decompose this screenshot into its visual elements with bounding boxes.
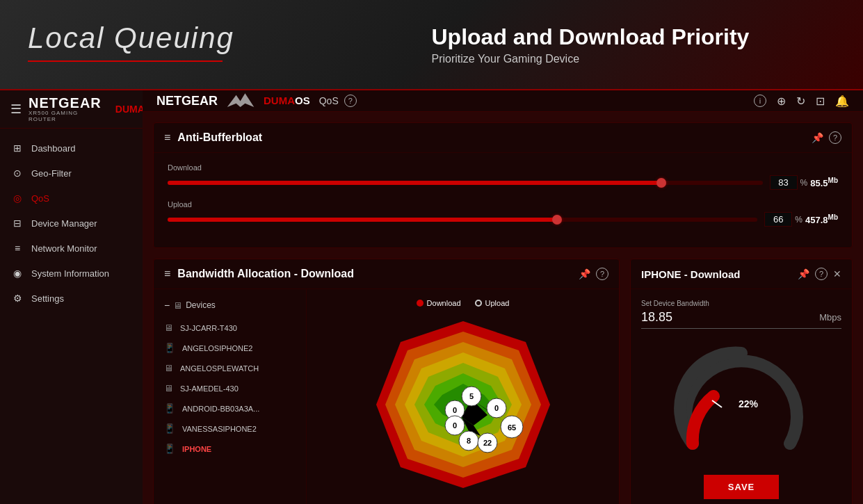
download-slider-fill <box>168 181 661 185</box>
download-slider-row: Download % 85.5Mb <box>168 163 838 190</box>
svg-text:65: 65 <box>507 423 515 432</box>
top-nav-qos-label: QoS <box>319 95 339 106</box>
refresh-icon[interactable]: ↻ <box>796 95 805 108</box>
anti-bufferbloat-body: Download % 85.5Mb <box>154 153 852 247</box>
download-speed: 85.5Mb <box>810 177 838 188</box>
upload-label: Upload <box>168 200 838 209</box>
globe-icon[interactable]: ⊕ <box>777 95 786 108</box>
sidebar-item-geo-filter[interactable]: ⊙ Geo-Filter <box>0 161 143 186</box>
device-name-2: ANGELOSIPHONE2 <box>182 344 252 352</box>
upload-legend-label: Upload <box>485 299 510 307</box>
upload-slider-row: Upload % 457.8Mb <box>168 200 838 227</box>
download-pct-label: % <box>800 178 808 188</box>
download-value-input[interactable] <box>770 175 798 190</box>
bandwidth-allocation-title: Bandwidth Allocation - Download <box>177 268 572 280</box>
chart-legend: Download Upload <box>417 299 510 307</box>
netgear-sub-text: XR500 GAMING ROUTER <box>29 110 102 122</box>
device-name-1: SJ-JCARR-T430 <box>180 324 237 332</box>
device-item-iphone[interactable]: 📱 IPHONE <box>154 439 306 459</box>
device-name-7: IPHONE <box>182 445 211 453</box>
iphone-pin-icon[interactable]: 📌 <box>798 268 809 279</box>
device-item-angelos-iphone2[interactable]: 📱 ANGELOSIPHONE2 <box>154 338 306 358</box>
top-nav-right-icons: i ⊕ ↻ ⊡ 🔔 <box>754 95 849 108</box>
device-name-6: VANESSASIPHONE2 <box>182 425 257 433</box>
download-legend-dot <box>417 300 424 307</box>
system-info-icon: ◉ <box>10 268 24 279</box>
sidebar-item-network-monitor[interactable]: ≡ Network Monitor <box>0 236 143 261</box>
collapse-icon[interactable]: − <box>164 300 170 311</box>
banner-divider <box>28 60 223 62</box>
svg-text:8: 8 <box>466 437 470 445</box>
sidebar-item-label-dashboard: Dashboard <box>31 143 76 154</box>
download-legend-label: Download <box>427 299 461 307</box>
save-button[interactable]: SAVE <box>704 475 779 499</box>
banner-subtitle: Upload and Download Priority <box>432 24 836 50</box>
device-item-angelos-watch[interactable]: 🖥 ANGELOSPLEWATCH <box>154 358 306 378</box>
panel-header-actions: 📌 ? <box>812 131 841 144</box>
sidebar-item-qos[interactable]: ◎ QoS <box>0 186 143 211</box>
bandwidth-input-container: Mbps <box>641 310 841 329</box>
device-phone-icon-5: 📱 <box>164 403 175 414</box>
sidebar-nav: ⊞ Dashboard ⊙ Geo-Filter ◎ QoS ⊟ Device … <box>0 129 143 504</box>
iphone-close-icon[interactable]: ✕ <box>833 268 841 279</box>
panel-menu-icon[interactable]: ≡ <box>164 131 170 144</box>
svg-text:0: 0 <box>452 406 456 414</box>
download-slider-thumb[interactable] <box>656 178 666 188</box>
top-banner: Local Queuing Upload and Download Priori… <box>0 0 863 90</box>
bell-icon[interactable]: 🔔 <box>835 95 849 108</box>
top-nav-bar: NETGEAR DUMAOS QoS ? i ⊕ ↻ ⊡ 🔔 <box>143 90 863 112</box>
sidebar-item-settings[interactable]: ⚙ Settings <box>0 286 143 311</box>
banner-left: Local Queuing <box>28 22 432 67</box>
iphone-panel-header: IPHONE - Download 📌 ? ✕ <box>631 259 852 289</box>
iphone-panel-actions: 📌 ? ✕ <box>798 268 841 280</box>
hamburger-icon[interactable]: ☰ <box>10 101 22 117</box>
anti-bufferbloat-panel: ≡ Anti-Bufferbloat 📌 ? Download <box>153 122 853 248</box>
upload-value-input[interactable] <box>764 212 792 227</box>
bandwidth-menu-icon[interactable]: ≡ <box>164 268 170 280</box>
device-name-3: ANGELOSPLEWATCH <box>180 364 259 373</box>
bandwidth-panel-actions: 📌 ? <box>579 268 608 280</box>
device-item-android-bb[interactable]: 📱 ANDROID-BB03A3A... <box>154 398 306 418</box>
bandwidth-pin-icon[interactable]: 📌 <box>579 268 590 279</box>
banner-description: Prioritize Your Gaming Device <box>432 53 836 65</box>
sidebar-item-label-qos: QoS <box>31 193 49 204</box>
device-phone-icon-2: 📱 <box>164 343 175 353</box>
upload-speed: 457.8Mb <box>805 213 838 225</box>
account-icon[interactable]: ⊡ <box>816 95 825 108</box>
sidebar-item-label-device-manager: Device Manager <box>31 218 97 229</box>
iphone-panel-body: Set Device Bandwidth Mbps <box>631 289 852 504</box>
sidebar-item-dashboard[interactable]: ⊞ Dashboard <box>0 136 143 161</box>
upload-legend-dot <box>475 300 482 307</box>
download-slider-track[interactable] <box>168 181 763 185</box>
device-item-vanessa-iphone[interactable]: 📱 VANESSASIPHONE2 <box>154 418 306 439</box>
device-item-sj-amedel[interactable]: 🖥 SJ-AMEDEL-430 <box>154 378 306 398</box>
upload-slider-fill <box>168 218 557 222</box>
upload-legend-item[interactable]: Upload <box>475 299 510 307</box>
top-nav-help-icon[interactable]: ? <box>344 95 357 107</box>
content-area: NETGEAR DUMAOS QoS ? i ⊕ ↻ ⊡ 🔔 <box>143 90 863 504</box>
gauge-percent-label: 22% <box>739 398 758 409</box>
sidebar-item-system-information[interactable]: ◉ System Information <box>0 261 143 286</box>
iphone-help-icon[interactable]: ? <box>815 268 828 280</box>
netgear-brand-text: NETGEAR <box>29 96 102 110</box>
sidebar-item-device-manager[interactable]: ⊟ Device Manager <box>0 211 143 236</box>
help-icon[interactable]: ? <box>829 131 841 144</box>
device-item-sj-jcarr[interactable]: 🖥 SJ-JCARR-T430 <box>154 318 306 338</box>
upload-slider-track[interactable] <box>168 218 757 222</box>
download-legend-item[interactable]: Download <box>417 299 461 307</box>
bandwidth-allocation-header: ≡ Bandwidth Allocation - Download 📌 ? <box>154 259 619 289</box>
qos-icon: ◎ <box>10 193 24 204</box>
iphone-panel: IPHONE - Download 📌 ? ✕ Set Device Bandw… <box>630 259 853 504</box>
bandwidth-value-input[interactable] <box>641 310 819 325</box>
octagon-chart: 5 0 0 0 8 <box>366 314 560 495</box>
sidebar: ☰ NETGEAR XR500 GAMING ROUTER NIGHTHAWK … <box>0 90 143 504</box>
device-manager-icon: ⊟ <box>10 218 24 229</box>
svg-text:0: 0 <box>494 404 498 412</box>
upload-slider-thumb[interactable] <box>552 215 562 225</box>
device-phone-icon-7: 📱 <box>164 444 175 454</box>
device-monitor-icon-3: 🖥 <box>164 363 173 373</box>
info-icon[interactable]: i <box>754 95 766 107</box>
pin-icon[interactable]: 📌 <box>812 132 823 143</box>
sidebar-item-label-system-information: System Information <box>31 268 109 279</box>
bandwidth-help-icon[interactable]: ? <box>596 268 608 280</box>
